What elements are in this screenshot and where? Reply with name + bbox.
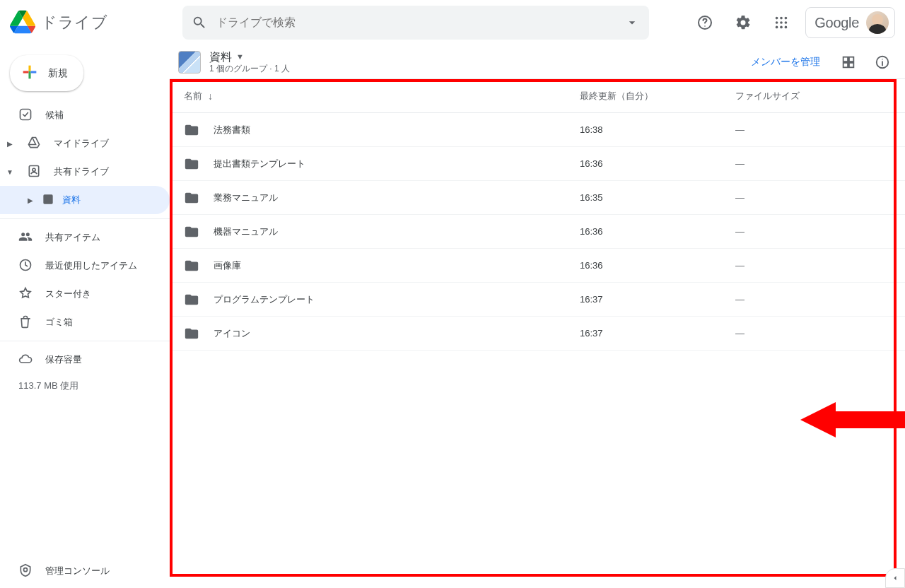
row-name: 画像庫 — [214, 259, 241, 272]
search-bar[interactable] — [182, 6, 649, 40]
chevron-down-icon: ▼ — [6, 168, 14, 176]
table-row[interactable]: 業務マニュアル16:35— — [170, 181, 905, 215]
sidebar-item-starred[interactable]: スター付き — [0, 280, 170, 308]
sidebar-item-shared[interactable]: 共有アイテム — [0, 223, 170, 252]
app-name: ドライブ — [41, 12, 107, 33]
svg-rect-20 — [849, 62, 853, 66]
sidebar-item-priority[interactable]: 候補 — [0, 101, 170, 129]
row-size: — — [735, 226, 891, 237]
folder-icon — [184, 292, 199, 307]
info-icon[interactable] — [868, 48, 897, 76]
sidebar-item-storage[interactable]: 保存容量 — [0, 346, 170, 374]
svg-point-13 — [33, 168, 35, 171]
shared-drive-small-icon — [41, 192, 55, 208]
col-modified[interactable]: 最終更新（自分） — [580, 90, 735, 102]
row-size: — — [735, 294, 891, 305]
sidebar-item-shared-drives[interactable]: ▼ 共有ドライブ — [0, 158, 170, 186]
search-input[interactable] — [216, 16, 615, 29]
cloud-icon — [18, 352, 33, 368]
folder-icon — [184, 190, 199, 206]
svg-point-9 — [780, 26, 783, 29]
sidebar-item-label: マイドライブ — [54, 137, 109, 150]
manage-members-link[interactable]: メンバーを管理 — [751, 56, 820, 69]
row-size: — — [735, 328, 891, 339]
svg-marker-23 — [800, 402, 905, 437]
folder-icon — [184, 326, 199, 341]
plus-icon — [20, 62, 40, 84]
shared-drive-icon — [27, 164, 41, 180]
row-name: 法務書類 — [214, 124, 250, 136]
table-row[interactable]: 提出書類テンプレート16:36— — [170, 147, 905, 181]
sidebar-item-label: 最近使用したアイテム — [45, 259, 137, 272]
sidebar-subitem-shiryou[interactable]: ▶ 資料 — [0, 186, 170, 214]
sidebar-item-recent[interactable]: 最近使用したアイテム — [0, 252, 170, 280]
breadcrumb-title[interactable]: 資料 — [209, 50, 232, 64]
admin-icon — [18, 563, 33, 580]
row-name: 機器マニュアル — [214, 225, 278, 238]
svg-rect-19 — [843, 62, 848, 66]
header-actions: Google — [691, 7, 895, 38]
new-button[interactable]: 新規 — [10, 55, 83, 91]
sidebar-item-label: 候補 — [45, 109, 64, 122]
my-drive-icon — [27, 136, 41, 152]
shared-drive-thumb-icon — [178, 51, 201, 74]
col-size[interactable]: ファイルサイズ — [735, 90, 891, 102]
table-row[interactable]: 機器マニュアル16:36— — [170, 215, 905, 249]
svg-point-5 — [776, 21, 778, 24]
path-bar: 資料 ▼ 1 個のグループ · 1 人 メンバーを管理 — [170, 45, 905, 79]
row-name: 提出書類テンプレート — [214, 158, 305, 170]
table-row[interactable]: 画像庫16:36— — [170, 249, 905, 283]
row-modified: 16:36 — [580, 158, 735, 169]
gear-icon[interactable] — [729, 8, 757, 37]
svg-rect-11 — [21, 109, 31, 119]
drive-logo[interactable]: ドライブ — [10, 9, 182, 37]
storage-used: 113.7 MB 使用 — [0, 380, 170, 392]
sidebar-item-label: 保存容量 — [45, 353, 82, 366]
chevron-right-icon: ▶ — [6, 140, 14, 148]
folder-icon — [184, 122, 199, 138]
sidebar-item-label: 共有アイテム — [45, 231, 100, 244]
separator — [0, 341, 170, 341]
clock-icon — [18, 258, 33, 274]
file-list: 法務書類16:38—提出書類テンプレート16:36—業務マニュアル16:35—機… — [170, 113, 905, 351]
account-chip[interactable]: Google — [805, 7, 895, 38]
row-modified: 16:36 — [580, 260, 735, 271]
side-panel-toggle[interactable] — [885, 568, 905, 588]
row-size: — — [735, 192, 891, 203]
table-row[interactable]: 法務書類16:38— — [170, 113, 905, 147]
sidebar-item-label: 管理コンソール — [45, 565, 110, 577]
col-name[interactable]: 名前 — [184, 90, 202, 102]
app-header: ドライブ Google — [0, 0, 905, 45]
chevron-down-icon[interactable]: ▼ — [236, 52, 244, 61]
sidebar-item-my-drive[interactable]: ▶ マイドライブ — [0, 129, 170, 158]
table-row[interactable]: プログラムテンプレート16:37— — [170, 283, 905, 317]
row-modified: 16:38 — [580, 124, 735, 135]
svg-point-2 — [776, 17, 778, 20]
row-modified: 16:36 — [580, 226, 735, 237]
sidebar-item-admin[interactable]: 管理コンソール — [0, 554, 170, 588]
trash-icon — [18, 314, 33, 331]
row-size: — — [735, 158, 891, 169]
sidebar: 新規 候補 ▶ マイドライブ ▼ 共有ドライブ ▶ — [0, 45, 170, 588]
sort-down-icon[interactable]: ↓ — [208, 90, 213, 102]
svg-point-8 — [776, 26, 778, 29]
drive-logo-icon — [10, 9, 35, 37]
folder-icon — [184, 224, 199, 240]
folder-icon — [184, 258, 199, 274]
row-name: アイコン — [214, 327, 250, 340]
breadcrumb-subtitle: 1 個のグループ · 1 人 — [209, 64, 290, 74]
account-brand: Google — [814, 15, 859, 31]
row-size: — — [735, 260, 891, 271]
search-dropdown-icon[interactable] — [622, 13, 642, 33]
row-modified: 16:37 — [580, 328, 735, 339]
search-icon[interactable] — [189, 13, 209, 33]
sidebar-item-trash[interactable]: ゴミ箱 — [0, 308, 170, 336]
avatar — [866, 11, 889, 34]
new-button-label: 新規 — [48, 67, 68, 80]
help-icon[interactable] — [691, 8, 719, 37]
table-row[interactable]: アイコン16:37— — [170, 317, 905, 351]
grid-view-icon[interactable] — [834, 48, 863, 76]
row-name: プログラムテンプレート — [214, 293, 315, 306]
apps-icon[interactable] — [767, 8, 795, 37]
main-panel: 資料 ▼ 1 個のグループ · 1 人 メンバーを管理 名前 ↓ 最 — [170, 45, 905, 588]
